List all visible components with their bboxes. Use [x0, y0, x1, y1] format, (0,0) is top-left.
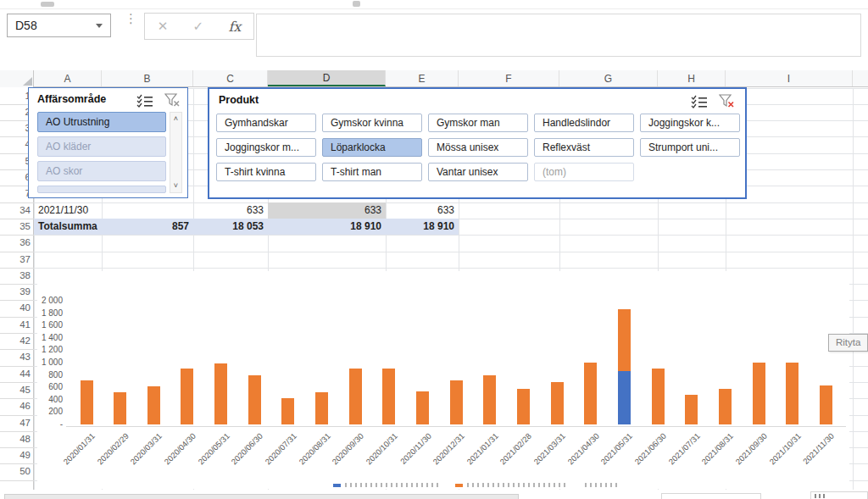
bottom-clipped-box: [661, 493, 761, 499]
clipped-glyphs: [815, 494, 826, 498]
legend-swatch-blue[interactable]: [333, 484, 341, 487]
bar-segment-orange-2021/02/28[interactable]: [517, 389, 530, 424]
bottom-clipped-box: [810, 491, 868, 499]
y-axis-tick-label: 1 600: [27, 320, 63, 330]
y-axis-tick-label: 600: [27, 382, 63, 391]
y-axis-tick-label: 1 800: [27, 308, 63, 318]
legend-text-clipped: [467, 483, 565, 487]
bar-segment-orange-2020/12/31[interactable]: [450, 380, 463, 424]
bar-segment-orange-2020/10/31[interactable]: [382, 369, 395, 424]
y-axis-tick-label: 1 400: [27, 333, 63, 342]
y-axis-tick-label: 2 000: [27, 296, 63, 305]
y-axis-tick-label: 200: [27, 407, 63, 416]
y-axis-tick-label: 1 000: [27, 358, 63, 367]
y-axis-tick-label: 400: [27, 395, 63, 404]
bar-segment-orange-2020/07/31[interactable]: [281, 398, 294, 424]
tooltip-text: Rityta: [836, 337, 860, 347]
x-axis-line: [66, 426, 846, 427]
bar-segment-orange-2021/09/30[interactable]: [753, 363, 765, 424]
bar-segment-blue-2021/05/31[interactable]: [618, 371, 631, 424]
legend-text-clipped: [585, 483, 620, 487]
bar-segment-orange-2020/04/30[interactable]: [181, 369, 193, 424]
bar-segment-orange-2021/05/31[interactable]: [618, 309, 631, 372]
y-axis-tick-label: -: [27, 419, 63, 429]
bottom-clipped-bar: [4, 494, 519, 499]
bar-segment-orange-2020/11/30[interactable]: [416, 391, 429, 424]
legend-swatch-orange[interactable]: [455, 484, 463, 487]
bar-segment-orange-2021/10/31[interactable]: [786, 363, 798, 424]
bar-segment-orange-2021/11/30[interactable]: [820, 385, 832, 424]
bar-segment-orange-2020/08/31[interactable]: [315, 392, 328, 424]
bar-segment-orange-2020/06/30[interactable]: [248, 375, 261, 424]
bar-segment-orange-2020/02/29[interactable]: [114, 392, 126, 424]
bar-segment-orange-2021/08/31[interactable]: [719, 389, 732, 424]
y-axis-tick-label: 1 200: [27, 345, 63, 354]
bar-segment-orange-2021/04/30[interactable]: [584, 363, 597, 424]
bar-segment-orange-2020/03/31[interactable]: [147, 386, 160, 424]
bar-segment-orange-2021/06/30[interactable]: [652, 369, 665, 424]
excel-window: D58 ⋮ ✕ ✓ fx ABCDEFGHI 12345673435363738…: [0, 0, 868, 499]
bar-segment-orange-2021/01/31[interactable]: [483, 375, 496, 424]
bar-segment-orange-2020/01/31[interactable]: [81, 380, 93, 424]
bar-segment-orange-2021/07/31[interactable]: [685, 395, 698, 424]
legend-text-clipped: [345, 483, 440, 487]
y-axis-tick-label: 800: [27, 370, 63, 380]
bar-segment-orange-2021/03/31[interactable]: [551, 382, 564, 424]
plot-area-tooltip: Rityta: [828, 334, 868, 352]
bar-segment-orange-2020/05/31[interactable]: [214, 363, 227, 424]
bar-segment-orange-2020/09/30[interactable]: [349, 369, 362, 424]
